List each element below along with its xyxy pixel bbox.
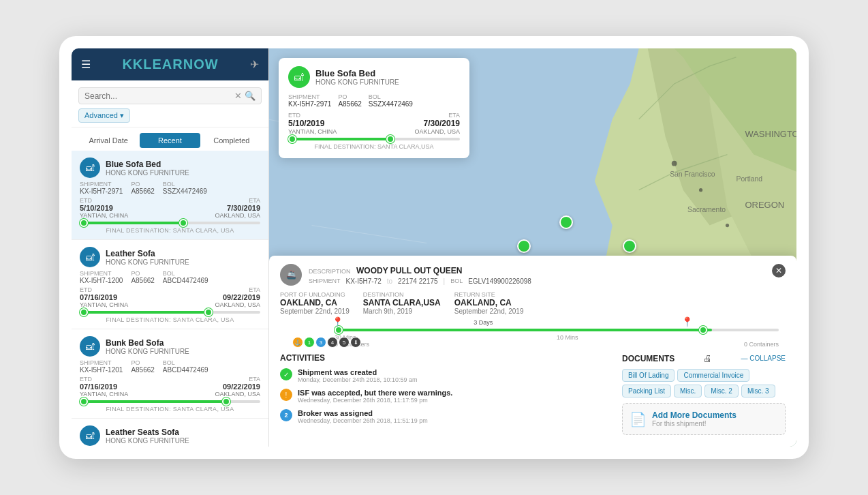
shipment-id-label: SHIPMENT: [309, 278, 341, 285]
timeline-icon-3: 3: [315, 337, 326, 348]
advanced-button[interactable]: Advanced ▾: [78, 108, 130, 123]
svg-text:Sacramento: Sacramento: [687, 206, 726, 213]
fc-title: Blue Sofa Bed: [315, 68, 399, 78]
timeline-icon-5: 5: [339, 337, 350, 348]
fc-avatar: 🛋: [288, 66, 310, 88]
shipment-card[interactable]: 🛋 Leather Sofa HONG KONG FURNITURE SHIPM…: [72, 240, 268, 329]
svg-text:Portland: Portland: [736, 175, 762, 183]
svg-point-5: [699, 188, 702, 192]
sidebar-header: ☰ KKLEARNOW ✈: [72, 48, 268, 80]
sidebar: ☰ KKLEARNOW ✈ ✕ 🔍 Advanced ▾ Arrival Dat…: [72, 48, 269, 447]
activities-section: ACTIVITIES ✓ Shipment was created Monday…: [280, 353, 611, 435]
tab-recent[interactable]: Recent: [140, 133, 200, 148]
avatar: 🛋: [80, 247, 100, 267]
add-docs-icon: 📄: [630, 411, 647, 427]
timeline: 3 Days ⚓ 1 3 4 5 ⬇: [280, 329, 786, 348]
doc-tag[interactable]: Packing List: [622, 385, 671, 397]
tab-arrival-date[interactable]: Arrival Date: [78, 133, 138, 148]
ship-name: Blue Sofa Bed: [106, 160, 189, 169]
search-row: ✕ 🔍: [78, 87, 262, 104]
doc-tag[interactable]: Commercial Invoice: [677, 369, 749, 382]
timeline-icon-6: ⬇: [350, 337, 361, 348]
print-icon[interactable]: 🖨: [703, 353, 712, 363]
svg-text:OREGON: OREGON: [745, 200, 784, 210]
ship-name: Bunk Bed Sofa: [106, 338, 189, 348]
activity-item: 2 Broker was assigned Wednesday, Decembe…: [280, 409, 611, 424]
close-button[interactable]: ✕: [772, 264, 786, 278]
shipment-card[interactable]: 🛋 Leather Seats Sofa HONG KONG FURNITURE: [72, 419, 268, 447]
search-area: ✕ 🔍 Advanced ▾: [72, 80, 268, 127]
ship-company: HONG KONG FURNITURE: [106, 437, 189, 445]
activity-icon-num: 2: [280, 409, 292, 421]
svg-point-6: [726, 224, 729, 227]
main-content: WASHINGTON OREGON NEVADA Portland Sacram…: [269, 48, 796, 447]
app-logo: KKLEARNOW: [122, 57, 218, 72]
avatar: 🛋: [80, 158, 100, 178]
tab-completed[interactable]: Completed: [202, 133, 262, 148]
activity-icon-warning: !: [280, 389, 292, 401]
svg-text:San Francisco: San Francisco: [670, 170, 715, 178]
svg-point-4: [672, 161, 677, 166]
device-frame: ☰ KKLEARNOW ✈ ✕ 🔍 Advanced ▾ Arrival Dat…: [59, 36, 809, 459]
activity-item: ! ISF was accepted, but there were warni…: [280, 389, 611, 404]
doc-tag[interactable]: Misc.: [674, 385, 702, 397]
timeline-icon-4: 4: [327, 337, 338, 348]
ship-name: Leather Seats Sofa: [106, 427, 189, 437]
avatar: 🛋: [80, 425, 100, 446]
app-container: ☰ KKLEARNOW ✈ ✕ 🔍 Advanced ▾ Arrival Dat…: [72, 48, 796, 447]
floating-shipment-card: 🛋 Blue Sofa Bed HONG KONG FURNITURE SHIP…: [279, 58, 469, 158]
timeline-icon-2: 1: [304, 337, 315, 348]
doc-tag[interactable]: Misc. 3: [741, 385, 775, 397]
shipment-card[interactable]: 🛋 Blue Sofa Bed HONG KONG FURNITURE SHIP…: [72, 151, 268, 240]
activity-item: ✓ Shipment was created Monday, December …: [280, 368, 611, 383]
activity-icon-check: ✓: [280, 368, 292, 380]
ship-company: HONG KONG FURNITURE: [106, 258, 189, 266]
document-tags: Bill Of Lading Commercial Invoice Packin…: [622, 369, 786, 397]
search-input[interactable]: [84, 91, 232, 101]
shipment-card[interactable]: 🛋 Bunk Bed Sofa HONG KONG FURNITURE SHIP…: [72, 329, 268, 419]
avatar: 🛋: [80, 336, 100, 357]
clear-icon[interactable]: ✕: [234, 91, 242, 101]
tab-row: Arrival Date Recent Completed: [72, 127, 268, 151]
svg-text:WASHINGTON: WASHINGTON: [745, 129, 796, 139]
doc-tag[interactable]: Bill Of Lading: [622, 369, 675, 382]
add-documents-button[interactable]: 📄 Add More Documents For this shipment!: [622, 403, 786, 435]
hamburger-icon[interactable]: ☰: [81, 58, 91, 71]
map-marker-1[interactable]: [517, 239, 531, 253]
detail-panel: 🚢 DESCRIPTION WOODY PULL OUT QUEEN SHIPM…: [269, 256, 796, 447]
search-icon[interactable]: 🔍: [245, 91, 255, 101]
ship-company: HONG KONG FURNITURE: [106, 348, 189, 355]
collapse-button[interactable]: — COLLAPSE: [741, 355, 786, 362]
bp-avatar: 🚢: [280, 264, 302, 286]
fc-company: HONG KONG FURNITURE: [315, 78, 399, 86]
map-marker-4[interactable]: [623, 239, 636, 253]
doc-tag[interactable]: Misc. 2: [704, 385, 739, 397]
ship-company: HONG KONG FURNITURE: [106, 169, 189, 177]
documents-section: DOCUMENTS 🖨 — COLLAPSE Bill Of Lading Co…: [622, 353, 786, 435]
bol-label: BOL: [450, 278, 463, 285]
map-marker-2[interactable]: [559, 215, 573, 229]
timeline-icon-1: ⚓: [292, 337, 303, 348]
ship-name: Leather Sofa: [106, 249, 189, 258]
shipment-list: 🛋 Blue Sofa Bed HONG KONG FURNITURE SHIP…: [72, 151, 268, 447]
logo-plane-icon: ✈: [250, 58, 259, 71]
